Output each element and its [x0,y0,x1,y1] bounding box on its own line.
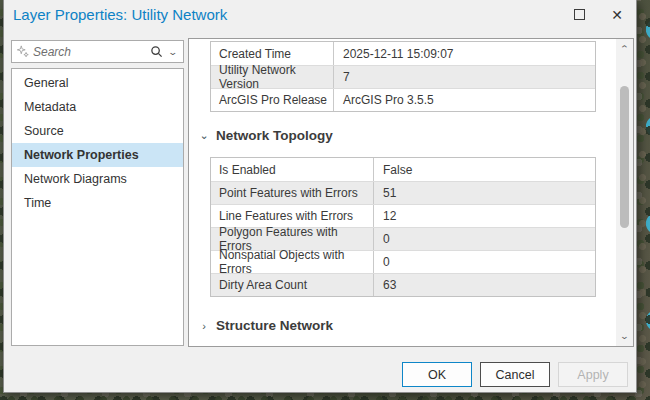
apply-button[interactable]: Apply [558,362,628,387]
close-button[interactable]: ✕ [600,0,634,29]
property-value: ArcGIS Pro 3.5.5 [333,89,595,111]
property-value: 0 [373,228,595,250]
property-value: 51 [373,182,595,204]
scroll-up-icon[interactable]: ⌃ [613,41,634,57]
property-value: 63 [373,274,595,296]
search-icon[interactable] [150,45,163,58]
property-value: False [373,158,595,181]
table-row: Polygon Features with Errors 0 [211,227,595,250]
property-label: Dirty Area Count [211,278,373,292]
property-label: Utility Network Version [211,63,333,91]
network-properties-panel: Created Time 2025-12-11 15:09:07 Utility… [188,38,634,347]
titlebar[interactable]: Layer Properties: Utility Network ✕ [4,0,636,30]
nav-item-metadata[interactable]: Metadata [12,95,183,119]
nav-item-general[interactable]: General [12,71,183,95]
search-dropdown-chevron-icon[interactable]: ⌄ [168,47,179,57]
property-label: Point Features with Errors [211,186,373,200]
table-row: Created Time 2025-12-11 15:09:07 [211,42,595,65]
table-row: Line Features with Errors 12 [211,204,595,227]
close-icon: ✕ [611,8,623,22]
properties-scroll-area: Created Time 2025-12-11 15:09:07 Utility… [189,39,616,346]
layer-properties-dialog: Layer Properties: Utility Network ✕ ⌄ Ge [3,0,637,393]
property-value: 12 [373,205,595,227]
nav-item-source[interactable]: Source [12,119,183,143]
nav-item-time[interactable]: Time [12,191,183,215]
screen: Layer Properties: Utility Network ✕ ⌄ Ge [0,0,650,400]
vertical-scrollbar[interactable]: ⌃ ⌄ [616,39,633,346]
properties-nav-list: General Metadata Source Network Properti… [11,68,184,346]
property-label: Nonspatial Objects with Errors [211,248,373,276]
property-label: Is Enabled [211,163,373,177]
property-value: 2025-12-11 15:09:07 [333,42,595,65]
search-input[interactable] [30,43,150,61]
dialog-title: Layer Properties: Utility Network [13,6,227,23]
property-label: ArcGIS Pro Release [211,93,333,107]
network-topology-table: Is Enabled False Point Features with Err… [210,157,596,297]
section-title: Network Topology [216,128,333,143]
table-row: Dirty Area Count 63 [211,273,595,296]
section-network-topology[interactable]: ⌄ Network Topology [199,128,616,143]
scroll-down-icon[interactable]: ⌄ [613,328,634,344]
maximize-button[interactable] [562,0,596,29]
table-row: ArcGIS Pro Release ArcGIS Pro 3.5.5 [211,88,595,111]
table-row: Nonspatial Objects with Errors 0 [211,250,595,273]
property-value: 0 [373,251,595,273]
maximize-icon [574,9,585,20]
nav-item-network-diagrams[interactable]: Network Diagrams [12,167,183,191]
cancel-button[interactable]: Cancel [480,362,550,387]
chevron-right-icon[interactable]: › [199,320,209,332]
table-row: Utility Network Version 7 [211,65,595,88]
section-title: Structure Network [216,318,333,333]
sparkle-icon [16,45,30,59]
nav-item-network-properties[interactable]: Network Properties [12,143,183,167]
section-structure-network[interactable]: › Structure Network [199,318,616,333]
property-label: Created Time [211,47,333,61]
chevron-down-icon[interactable]: ⌄ [199,129,209,142]
table-row: Is Enabled False [211,158,595,181]
network-info-table: Created Time 2025-12-11 15:09:07 Utility… [210,41,596,112]
ok-button[interactable]: OK [402,362,472,387]
table-row: Point Features with Errors 51 [211,181,595,204]
sidebar-search-box[interactable]: ⌄ [11,40,184,63]
property-label: Line Features with Errors [211,209,373,223]
property-value: 7 [333,66,595,88]
scrollbar-thumb[interactable] [620,86,629,228]
